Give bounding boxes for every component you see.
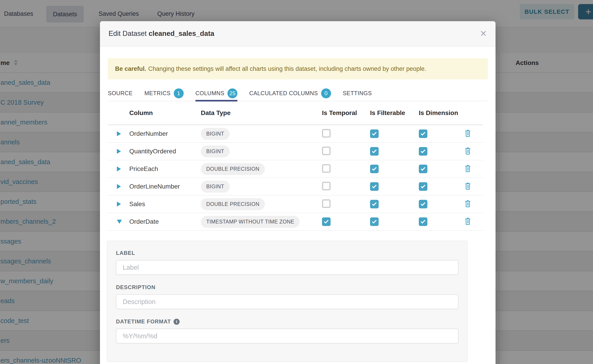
trash-icon bbox=[464, 182, 471, 190]
datetime-format-input[interactable] bbox=[116, 329, 459, 344]
is-filterable-checkbox[interactable] bbox=[370, 182, 379, 191]
column-name: OrderNumber bbox=[129, 130, 201, 137]
modal-tabs: SOURCE METRICS 1 COLUMNS 25 CALCULATED C… bbox=[108, 86, 488, 101]
delete-column-button[interactable] bbox=[464, 200, 483, 208]
column-name: PriceEach bbox=[129, 165, 201, 173]
is-temporal-header: Is Temporal bbox=[322, 109, 370, 117]
columns-table-header: Column Data Type Is Temporal Is Filterab… bbox=[108, 101, 483, 125]
data-type-pill: DOUBLE PRECISION bbox=[201, 198, 265, 210]
expand-toggle[interactable] bbox=[108, 131, 129, 136]
trash-icon bbox=[464, 130, 471, 137]
column-header: Column bbox=[129, 109, 201, 117]
modal-title: Edit Dataset cleaned_sales_data bbox=[109, 30, 214, 38]
tab-columns[interactable]: COLUMNS 25 bbox=[195, 85, 237, 101]
column-row-quantityordered: QuantityOrdered BIGINT bbox=[108, 143, 483, 160]
is-temporal-checkbox[interactable] bbox=[322, 147, 330, 155]
delete-column-button[interactable] bbox=[464, 165, 483, 173]
trash-icon bbox=[464, 147, 471, 155]
columns-count-badge: 25 bbox=[227, 88, 237, 98]
is-dimension-checkbox[interactable] bbox=[419, 147, 427, 156]
is-dimension-checkbox[interactable] bbox=[419, 165, 427, 173]
columns-table: Column Data Type Is Temporal Is Filterab… bbox=[108, 101, 483, 231]
trash-icon bbox=[464, 217, 471, 225]
is-dimension-header: Is Dimension bbox=[419, 109, 460, 117]
is-temporal-checkbox[interactable] bbox=[322, 164, 330, 173]
caret-right-icon bbox=[117, 166, 121, 171]
is-filterable-checkbox[interactable] bbox=[370, 147, 379, 156]
expand-toggle[interactable] bbox=[108, 184, 129, 189]
field-label-text: DATETIME FORMAT bbox=[116, 318, 171, 325]
tab-source[interactable]: SOURCE bbox=[108, 85, 133, 101]
is-filterable-checkbox[interactable] bbox=[370, 130, 379, 138]
delete-column-button[interactable] bbox=[464, 130, 483, 138]
caret-right-icon bbox=[117, 202, 121, 207]
data-type-pill: DOUBLE PRECISION bbox=[201, 163, 265, 175]
data-type-header: Data Type bbox=[201, 109, 322, 117]
metrics-count-badge: 1 bbox=[174, 88, 184, 98]
modal-title-dataset: cleaned_sales_data bbox=[149, 30, 214, 38]
delete-column-button[interactable] bbox=[464, 147, 483, 156]
is-temporal-checkbox[interactable] bbox=[322, 182, 330, 190]
warning-banner: Be careful. Changing these settings will… bbox=[108, 58, 488, 79]
tab-metrics[interactable]: METRICS 1 bbox=[145, 85, 184, 101]
is-temporal-checkbox[interactable] bbox=[322, 129, 330, 137]
is-filterable-checkbox[interactable] bbox=[370, 217, 379, 226]
is-dimension-checkbox[interactable] bbox=[419, 130, 427, 138]
close-icon[interactable]: ✕ bbox=[480, 29, 487, 38]
column-row-sales: Sales DOUBLE PRECISION bbox=[108, 195, 483, 213]
data-type-pill: BIGINT bbox=[201, 128, 230, 140]
caret-down-icon bbox=[117, 220, 122, 224]
data-type-pill: TIMESTAMP WITHOUT TIME ZONE bbox=[201, 216, 300, 228]
label-field-label: LABEL bbox=[116, 250, 459, 256]
modal-body: Be careful. Changing these settings will… bbox=[100, 46, 495, 362]
modal-header: Edit Dataset cleaned_sales_data ✕ bbox=[100, 21, 495, 46]
expand-toggle[interactable] bbox=[108, 166, 129, 171]
is-filterable-header: Is Filterable bbox=[370, 109, 419, 117]
expand-toggle[interactable] bbox=[108, 149, 129, 154]
data-type-pill: BIGINT bbox=[201, 145, 230, 157]
column-row-orderlinenumber: OrderLineNumber BIGINT bbox=[108, 178, 483, 195]
column-name: QuantityOrdered bbox=[129, 148, 201, 155]
edit-dataset-modal: Edit Dataset cleaned_sales_data ✕ Be car… bbox=[100, 21, 495, 364]
datetime-format-field-label: DATETIME FORMAT i bbox=[116, 318, 459, 325]
caret-right-icon bbox=[117, 149, 121, 154]
tab-calculated-columns[interactable]: CALCULATED COLUMNS 0 bbox=[249, 85, 331, 101]
is-dimension-checkbox[interactable] bbox=[419, 182, 427, 191]
collapse-toggle[interactable] bbox=[108, 220, 129, 224]
column-row-priceeach: PriceEach DOUBLE PRECISION bbox=[108, 160, 483, 178]
tab-label: COLUMNS bbox=[195, 90, 224, 97]
is-temporal-checkbox[interactable] bbox=[322, 199, 330, 208]
column-name: OrderDate bbox=[129, 218, 201, 225]
column-row-orderdate: OrderDate TIMESTAMP WITHOUT TIME ZONE bbox=[108, 213, 483, 231]
label-input[interactable] bbox=[116, 260, 459, 275]
delete-column-button[interactable] bbox=[464, 182, 483, 191]
is-filterable-checkbox[interactable] bbox=[370, 200, 379, 208]
column-name: Sales bbox=[129, 201, 201, 208]
warning-text: Changing these settings will affect all … bbox=[148, 65, 426, 72]
tab-label: CALCULATED COLUMNS bbox=[249, 90, 318, 97]
modal-title-prefix: Edit Dataset bbox=[109, 30, 147, 38]
expand-toggle[interactable] bbox=[108, 202, 129, 207]
trash-icon bbox=[464, 200, 471, 208]
data-type-pill: BIGINT bbox=[201, 181, 230, 193]
caret-right-icon bbox=[117, 131, 121, 136]
field-label-text: LABEL bbox=[116, 250, 135, 256]
description-field-label: DESCRIPTION bbox=[116, 284, 459, 291]
is-filterable-checkbox[interactable] bbox=[370, 165, 379, 173]
calculated-columns-count-badge: 0 bbox=[321, 88, 331, 98]
delete-column-button[interactable] bbox=[464, 217, 483, 226]
tab-settings[interactable]: SETTINGS bbox=[343, 85, 372, 101]
tab-label: SETTINGS bbox=[343, 90, 372, 97]
is-dimension-checkbox[interactable] bbox=[419, 200, 427, 208]
orderdate-expanded-panel: LABEL DESCRIPTION DATETIME FORMAT i bbox=[107, 241, 468, 362]
column-name: OrderLineNumber bbox=[129, 183, 201, 190]
caret-right-icon bbox=[117, 184, 121, 189]
is-temporal-checkbox[interactable] bbox=[322, 217, 330, 226]
is-dimension-checkbox[interactable] bbox=[419, 217, 427, 226]
warning-bold: Be careful. bbox=[115, 65, 146, 72]
column-row-ordernumber: OrderNumber BIGINT bbox=[108, 125, 483, 143]
tab-label: SOURCE bbox=[108, 90, 133, 97]
info-icon[interactable]: i bbox=[173, 319, 180, 325]
trash-icon bbox=[464, 165, 471, 172]
description-input[interactable] bbox=[116, 294, 459, 309]
